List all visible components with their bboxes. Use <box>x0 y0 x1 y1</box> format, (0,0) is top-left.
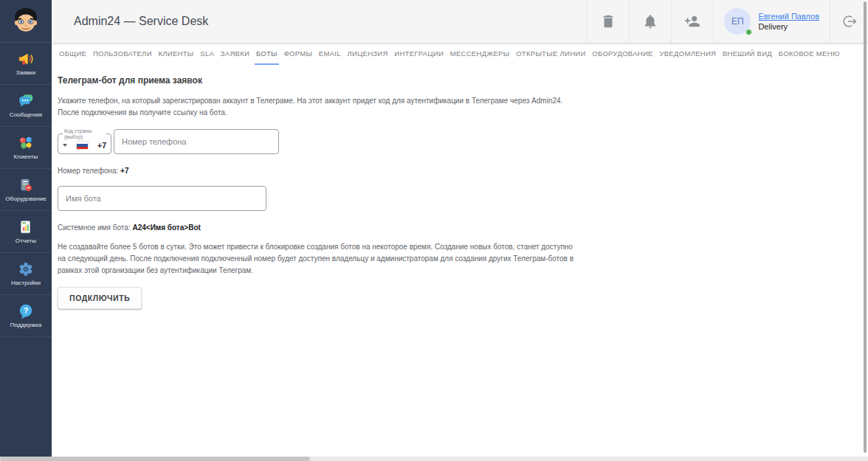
sidebar-item-support[interactable]: ? Поддержка <box>0 295 52 337</box>
tab-side-menu[interactable]: БОКОВОЕ МЕНЮ <box>777 43 841 65</box>
sidebar-logo[interactable] <box>0 0 52 43</box>
sidebar-item-tickets[interactable]: Заявки <box>0 43 52 85</box>
sidebar-item-label: Клиенты <box>14 153 38 160</box>
tab-email[interactable]: EMAIL <box>317 43 342 65</box>
sidebar-item-label: Поддержка <box>10 322 42 328</box>
intro-text: Укажите телефон, на который зарегистриро… <box>58 95 862 119</box>
connect-button[interactable]: ПОДКЛЮЧИТЬ <box>58 287 142 309</box>
gear-icon <box>18 261 34 277</box>
bot-name-input[interactable] <box>58 186 266 211</box>
tab-bots[interactable]: БОТЫ <box>255 43 279 65</box>
help-icon: ? <box>18 303 34 319</box>
country-code-select[interactable]: Код страны (выбор) +7 <box>58 128 111 154</box>
phone-row: Код страны (выбор) +7 <box>58 128 862 154</box>
user-text: Евгений Павлов Delivery <box>758 12 819 31</box>
user-area: ЕП Евгений Павлов Delivery <box>713 0 830 43</box>
country-code-value: +7 <box>63 141 106 150</box>
report-icon <box>18 219 34 235</box>
sidebar-item-settings[interactable]: Настройки <box>0 253 52 295</box>
add-user-button[interactable] <box>671 0 713 43</box>
horizontal-scrollbar-thumb[interactable] <box>0 457 310 461</box>
user-avatar: ЕП <box>724 8 751 35</box>
country-code-legend: Код страны (выбор) <box>63 128 106 139</box>
online-status-dot <box>745 29 752 35</box>
sidebar-item-label: Отчеты <box>16 238 36 244</box>
bot-limit-warning: Не создавайте более 5 ботов в сутки. Это… <box>58 241 862 277</box>
tab-license[interactable]: ЛИЦЕНЗИЯ <box>346 43 390 65</box>
sidebar-item-reports[interactable]: Отчеты <box>0 211 52 253</box>
settings-tab-bar: ОБЩИЕ ПОЛЬЗОВАТЕЛИ КЛИЕНТЫ SLA ЗАЯВКИ БО… <box>52 43 862 65</box>
sidebar-item-label: Заявки <box>16 69 35 76</box>
phone-number-input[interactable] <box>114 129 279 154</box>
chevron-down-icon <box>63 144 67 147</box>
phone-summary-label: Номер телефона: <box>58 167 118 175</box>
trash-button[interactable] <box>587 0 629 43</box>
user-name-link[interactable]: Евгений Павлов <box>758 12 819 21</box>
sidebar-item-clients[interactable]: Клиенты <box>0 127 52 169</box>
tab-general[interactable]: ОБЩИЕ <box>58 43 88 65</box>
bell-icon <box>642 13 658 30</box>
top-header: Admin24 — Service Desk ЕП <box>52 0 868 43</box>
svg-text:?: ? <box>24 306 29 315</box>
sidebar-item-label: Настройки <box>11 280 41 286</box>
logout-button[interactable] <box>830 0 868 43</box>
tab-tickets[interactable]: ЗАЯВКИ <box>219 43 251 65</box>
horizontal-scrollbar[interactable] <box>0 457 868 461</box>
sidebar-item-equipment[interactable]: Оборудование <box>0 169 52 211</box>
equipment-icon <box>18 177 34 193</box>
megaphone-icon <box>18 51 34 67</box>
tab-users[interactable]: ПОЛЬЗОВАТЕЛИ <box>92 43 154 65</box>
app-window: Заявки Сообщения Клиенты <box>0 0 868 461</box>
cartoon-avatar-icon <box>10 6 41 37</box>
logout-icon <box>841 13 858 30</box>
tab-open-lines[interactable]: ОТКРЫТЫЕ ЛИНИИ <box>514 43 587 65</box>
notifications-button[interactable] <box>629 0 671 43</box>
intro-line: После подключения вы получите ссылку на … <box>58 107 862 119</box>
tab-notifications[interactable]: УВЕДОМЛЕНИЯ <box>658 43 717 65</box>
tab-equipment[interactable]: ОБОРУДОВАНИЕ <box>590 43 654 65</box>
person-add-icon <box>684 13 700 30</box>
sidebar-item-label: Сообщения <box>10 111 42 118</box>
sidebar-item-label: Оборудование <box>5 195 46 202</box>
warning-line: на следующий день. После подключения под… <box>58 253 862 265</box>
system-bot-name-label: Системное имя бота: <box>58 223 131 232</box>
warning-line: Не создавайте более 5 ботов в сутки. Это… <box>58 241 862 253</box>
tab-messengers[interactable]: МЕССЕНДЖЕРЫ <box>449 43 512 65</box>
header-actions: ЕП Евгений Павлов Delivery <box>587 0 868 43</box>
page-title: Телеграм-бот для приема заявок <box>58 75 862 86</box>
chat-icon <box>18 93 34 109</box>
bots-settings-panel: Телеграм-бот для приема заявок Укажите т… <box>52 65 862 309</box>
russia-flag-icon <box>77 142 88 149</box>
tab-forms[interactable]: ФОРМЫ <box>283 43 314 65</box>
sidebar-item-messages[interactable]: Сообщения <box>0 85 52 127</box>
phone-summary: Номер телефона: +7 <box>58 167 862 175</box>
system-bot-name-value: A24<Имя бота>Bot <box>132 223 200 232</box>
dial-code: +7 <box>97 141 106 150</box>
sidebar: Заявки Сообщения Клиенты <box>0 0 52 457</box>
tab-sla[interactable]: SLA <box>199 43 216 65</box>
clients-icon <box>18 135 34 151</box>
app-title: Admin24 — Service Desk <box>74 15 208 28</box>
user-subtitle: Delivery <box>758 22 819 31</box>
warning-line: рамках этой организации без аутентификац… <box>58 265 862 277</box>
phone-summary-value: +7 <box>120 167 128 175</box>
trash-icon <box>600 13 616 30</box>
tab-appearance[interactable]: ВНЕШИЙ ВИД <box>721 43 774 65</box>
user-initials: ЕП <box>731 16 744 27</box>
intro-line: Укажите телефон, на который зарегистриро… <box>58 95 862 107</box>
tab-clients[interactable]: КЛИЕНТЫ <box>156 43 195 65</box>
system-bot-name: Системное имя бота: A24<Имя бота>Bot <box>58 223 862 232</box>
vertical-scrollbar[interactable] <box>864 1 867 453</box>
tab-integrations[interactable]: ИНТЕГРАЦИИ <box>393 43 445 65</box>
